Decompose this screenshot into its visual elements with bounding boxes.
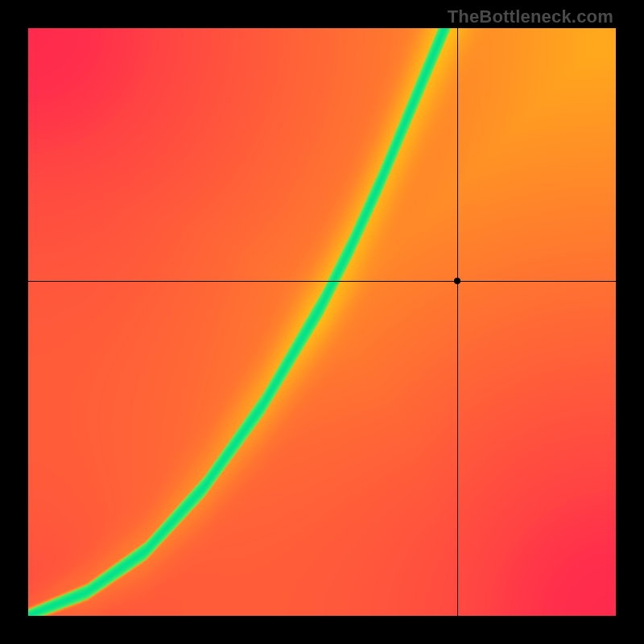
bottleneck-heatmap xyxy=(28,28,616,616)
watermark-text: TheBottleneck.com xyxy=(448,6,613,27)
crosshair-horizontal xyxy=(28,281,616,282)
chart-frame: TheBottleneck.com xyxy=(0,0,644,644)
crosshair-vertical xyxy=(457,28,458,616)
marker-dot xyxy=(454,278,460,284)
